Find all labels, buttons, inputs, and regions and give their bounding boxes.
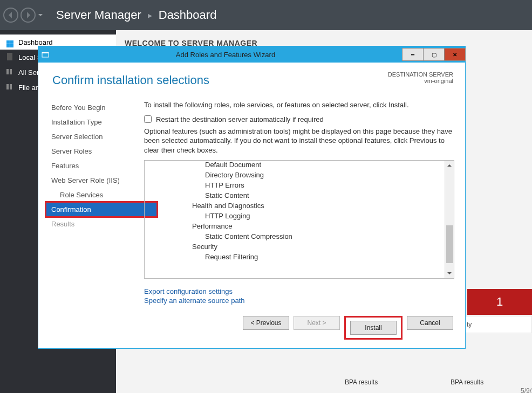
scroll-down-button[interactable] [445, 268, 454, 278]
role-static-compression: Static Content Compression [153, 232, 292, 240]
window-buttons: ━ ▢ ✕ [402, 48, 465, 61]
step-features[interactable]: Features [51, 158, 144, 173]
breadcrumb-sep-icon: ▸ [148, 10, 152, 20]
wizard-steps: Before You Begin Installation Type Serve… [38, 100, 144, 327]
previous-button[interactable]: < Previous [243, 316, 289, 330]
app-title: Server Manager [56, 8, 141, 22]
dialog-titlebar[interactable]: Add Roles and Features Wizard ━ ▢ ✕ [38, 46, 465, 63]
role-security: Security [153, 243, 292, 251]
arrow-left-icon [8, 12, 14, 18]
alert-tile[interactable]: 1 [467, 289, 532, 315]
restart-checkbox[interactable] [144, 115, 152, 123]
arrow-right-icon [25, 12, 31, 18]
nav-forward-button[interactable] [21, 8, 36, 23]
roles-listbox[interactable]: Default Document Directory Browsing HTTP… [144, 160, 454, 279]
maximize-button[interactable]: ▢ [423, 48, 445, 61]
nav-buttons [3, 8, 43, 23]
role-performance: Performance [153, 222, 292, 230]
install-button-highlight: Install [344, 316, 403, 340]
nav-dashboard-label: Dashboard [18, 38, 53, 46]
link-export-config[interactable]: Export configuration settings [144, 287, 454, 295]
role-request-filtering: Request Filtering [153, 253, 292, 261]
wizard-icon [42, 51, 49, 58]
wizard-dialog: Add Roles and Features Wizard ━ ▢ ✕ Conf… [38, 46, 466, 349]
step-role-services[interactable]: Role Services [51, 188, 144, 202]
cancel-button[interactable]: Cancel [407, 316, 453, 330]
step-confirmation[interactable]: Confirmation [46, 202, 157, 217]
minimize-button[interactable]: ━ [402, 48, 424, 61]
minimize-icon: ━ [411, 52, 414, 58]
app-header: Server Manager ▸ Dashboard [0, 0, 532, 30]
role-default-document: Default Document [153, 161, 292, 169]
dashboard-icon [5, 37, 14, 47]
destination-info: DESTINATION SERVER vm-original [388, 71, 453, 84]
timestamp-b: 5/9/2016 3:23 AM [521, 387, 532, 393]
destination-server: vm-original [388, 78, 453, 84]
scrollbar[interactable] [445, 161, 454, 278]
nav-back-button[interactable] [3, 8, 18, 23]
servers-icon [5, 68, 14, 77]
card-fragment: ty [462, 316, 532, 333]
optional-text: Optional features (such as administratio… [144, 127, 454, 155]
breadcrumb: Server Manager ▸ Dashboard [56, 8, 216, 22]
link-alt-source[interactable]: Specify an alternate source path [144, 297, 454, 305]
step-web-server-role[interactable]: Web Server Role (IIS) [51, 173, 144, 188]
role-static-content: Static Content [153, 191, 292, 199]
chevron-up-icon [447, 163, 452, 168]
bpa-label-a: BPA results [345, 378, 378, 386]
step-server-roles[interactable]: Server Roles [51, 144, 144, 158]
role-directory-browsing: Directory Browsing [153, 171, 292, 179]
server-icon [5, 53, 14, 62]
step-results: Results [51, 217, 144, 231]
restart-checkbox-row: Restart the destination server automatic… [144, 115, 454, 123]
step-before-you-begin[interactable]: Before You Begin [51, 100, 144, 115]
step-server-selection[interactable]: Server Selection [51, 129, 144, 144]
maximize-icon: ▢ [432, 52, 436, 58]
intro-text: To install the following roles, role ser… [144, 100, 454, 110]
storage-icon [5, 84, 14, 92]
scroll-up-button[interactable] [445, 161, 454, 170]
close-icon: ✕ [453, 52, 457, 58]
nav-history-dropdown[interactable] [38, 12, 43, 18]
svg-rect-1 [42, 52, 49, 53]
alert-count: 1 [496, 295, 503, 309]
destination-label: DESTINATION SERVER [388, 71, 453, 78]
dialog-title: Add Roles and Features Wizard [49, 51, 402, 59]
next-button: Next > [294, 316, 340, 330]
role-health-diagnostics: Health and Diagnostics [153, 202, 292, 210]
scroll-thumb[interactable] [446, 225, 453, 263]
close-button[interactable]: ✕ [444, 48, 466, 61]
config-links: Export configuration settings Specify an… [144, 287, 454, 305]
confirmation-pane: To install the following roles, role ser… [144, 100, 465, 327]
dialog-buttons: < Previous Next > Install Cancel [243, 316, 453, 340]
restart-label: Restart the destination server automatic… [156, 115, 324, 123]
role-http-errors: HTTP Errors [153, 181, 292, 189]
chevron-down-icon [447, 271, 452, 275]
chevron-down-icon [38, 13, 43, 17]
breadcrumb-page: Dashboard [159, 8, 217, 22]
bpa-label-b: BPA results [451, 378, 483, 386]
step-installation-type[interactable]: Installation Type [51, 115, 144, 129]
install-button[interactable]: Install [350, 321, 397, 335]
role-http-logging: HTTP Logging [153, 212, 292, 220]
